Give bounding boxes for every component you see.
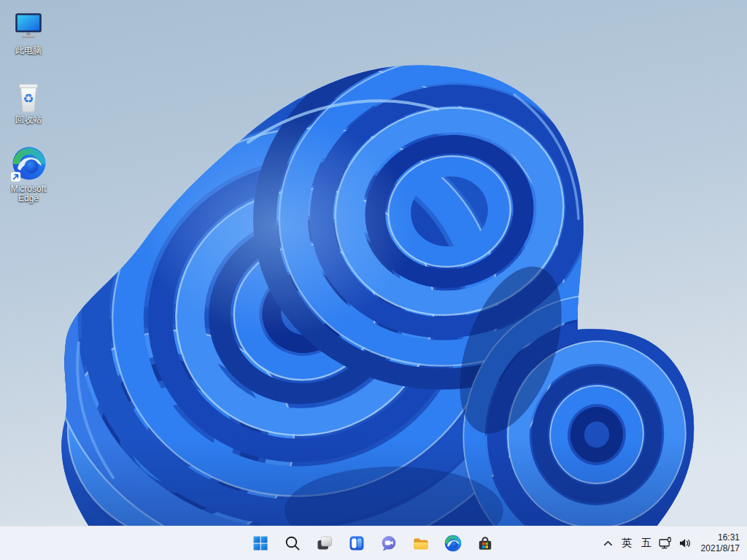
windows-start-icon bbox=[252, 534, 269, 552]
task-view-icon bbox=[316, 534, 333, 552]
volume-button[interactable] bbox=[676, 529, 694, 558]
system-tray: 英 五 bbox=[600, 526, 747, 560]
clock-date: 2021/8/17 bbox=[701, 543, 740, 554]
ethernet-network-icon bbox=[659, 537, 673, 550]
windows-11-desktop: 此电脑 ♻ 回收站 bbox=[0, 0, 747, 560]
clock[interactable]: 16:31 2021/8/17 bbox=[694, 529, 740, 558]
desktop-icon-label: Microsoft Edge bbox=[2, 184, 55, 203]
widgets-icon bbox=[348, 534, 365, 552]
taskbar-center-buttons bbox=[247, 529, 498, 558]
start-button[interactable] bbox=[247, 529, 274, 558]
chat-button[interactable] bbox=[376, 529, 402, 558]
chat-icon bbox=[380, 534, 398, 552]
task-view-button[interactable] bbox=[311, 529, 338, 558]
svg-text:♻: ♻ bbox=[23, 91, 34, 106]
file-explorer-button[interactable] bbox=[408, 529, 434, 558]
recycle-bin-icon: ♻ bbox=[12, 77, 44, 113]
file-explorer-icon bbox=[412, 534, 430, 552]
desktop-wallpaper bbox=[0, 0, 747, 560]
show-hidden-icons-button[interactable] bbox=[600, 529, 617, 558]
shortcut-arrow-badge bbox=[11, 172, 20, 182]
edge-desktop-icon bbox=[10, 146, 47, 182]
desktop-icon-label: 回收站 bbox=[15, 115, 42, 125]
ime-mode-indicator[interactable]: 五 bbox=[637, 529, 657, 558]
edge-icon bbox=[444, 534, 462, 552]
desktop-icon-column: 此电脑 ♻ 回收站 bbox=[1, 7, 55, 205]
network-button[interactable] bbox=[657, 529, 676, 558]
edge-button[interactable] bbox=[440, 529, 466, 558]
desktop-icon-microsoft-edge[interactable]: Microsoft Edge bbox=[1, 146, 55, 205]
widgets-button[interactable] bbox=[344, 529, 370, 558]
this-pc-icon bbox=[12, 7, 44, 44]
taskbar: 英 五 bbox=[0, 526, 747, 560]
chevron-up-icon bbox=[603, 538, 614, 549]
desktop-icon-recycle-bin[interactable]: ♻ 回收站 bbox=[1, 77, 55, 136]
speaker-icon bbox=[678, 537, 692, 550]
microsoft-store-icon bbox=[476, 534, 494, 552]
search-icon bbox=[284, 534, 301, 552]
clock-time: 16:31 bbox=[701, 532, 740, 543]
desktop-icon-this-pc[interactable]: 此电脑 bbox=[1, 7, 55, 66]
microsoft-store-button[interactable] bbox=[472, 529, 498, 558]
search-button[interactable] bbox=[279, 529, 306, 558]
desktop-icon-label: 此电脑 bbox=[15, 46, 42, 55]
ime-language-indicator[interactable]: 英 bbox=[617, 529, 637, 558]
